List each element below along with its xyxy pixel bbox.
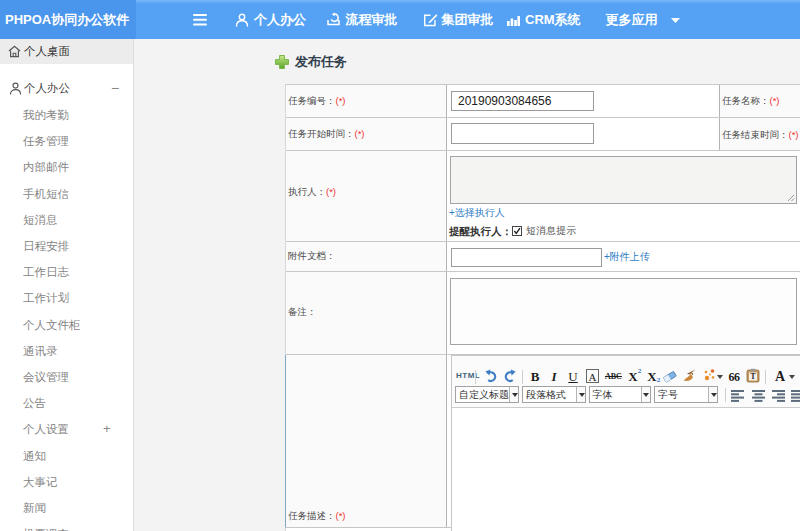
svg-text:T: T bbox=[750, 372, 755, 381]
